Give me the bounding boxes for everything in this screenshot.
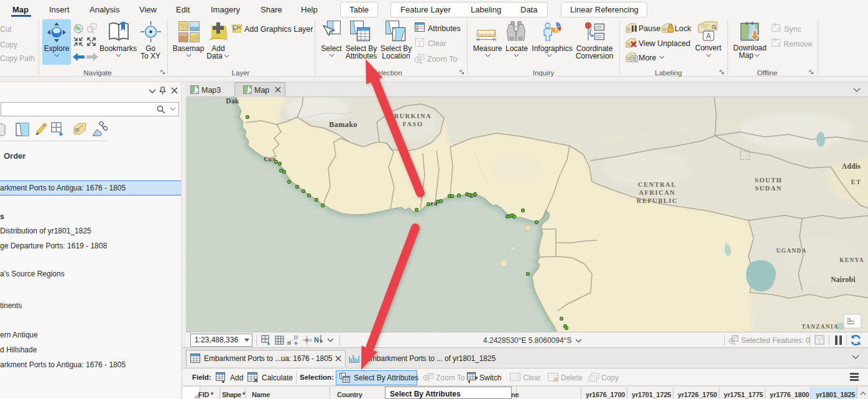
svg-text:N: N <box>314 336 319 344</box>
svg-text:REPUBLIC: REPUBLIC <box>637 197 678 204</box>
svg-text:BURKINA: BURKINA <box>394 113 432 120</box>
svg-text:AFRICAN: AFRICAN <box>639 189 676 196</box>
svg-text:FASO: FASO <box>402 121 423 128</box>
svg-text:SUDAN: SUDAN <box>755 185 782 192</box>
svg-text:CENTRAL: CENTRAL <box>638 181 676 188</box>
svg-text:A: A <box>706 32 711 40</box>
svg-text:ET: ET <box>851 179 861 185</box>
svg-text:UGANDA: UGANDA <box>777 248 807 254</box>
svg-text:Addis: Addis <box>842 162 861 170</box>
svg-text:SOUTH: SOUTH <box>755 177 782 184</box>
svg-text:TANZANIA: TANZANIA <box>801 324 839 330</box>
svg-text:Dak: Dak <box>226 97 239 105</box>
svg-text:KENYA: KENYA <box>839 257 864 263</box>
svg-text:Bamako: Bamako <box>329 120 358 129</box>
svg-text:Con: Con <box>264 156 276 162</box>
svg-text:Nairobi: Nairobi <box>831 276 856 283</box>
